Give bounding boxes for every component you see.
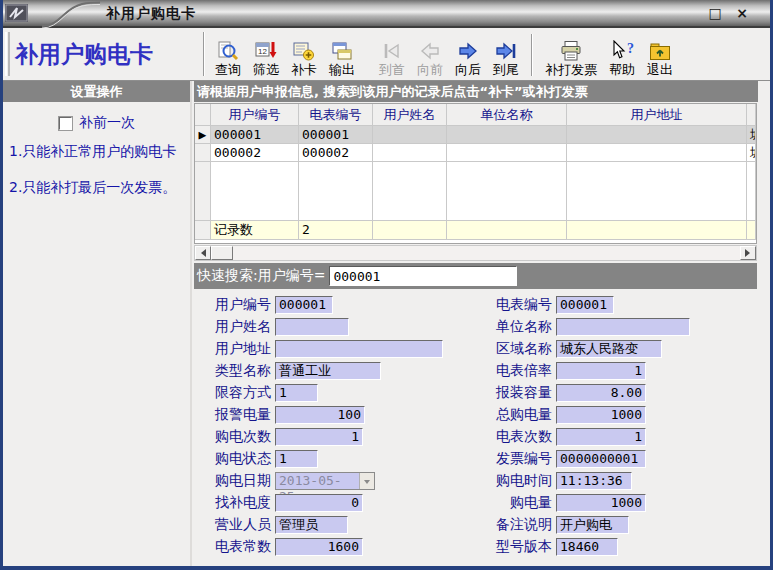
toolbar-grip <box>5 32 10 76</box>
form-row-area-name: 区域名称城东人民路变 <box>475 340 690 358</box>
meter-times-field[interactable]: 1 <box>556 428 646 446</box>
user-address-field[interactable] <box>275 340 443 358</box>
user-id-label: 用户编号 <box>194 296 275 314</box>
close-button[interactable]: × <box>731 4 753 22</box>
operator-field[interactable]: 管理员 <box>275 516 348 534</box>
scroll-left-button[interactable] <box>195 246 211 260</box>
purchase-status-label: 购电状态 <box>194 450 275 468</box>
unit-name-label: 单位名称 <box>475 318 556 336</box>
unit-name-field[interactable] <box>556 318 690 336</box>
current-row-marker-icon: ▶ <box>195 126 211 144</box>
checkbox-unchecked-icon[interactable] <box>59 117 72 130</box>
help-button[interactable]: ?帮助 <box>605 32 639 78</box>
go-next-button[interactable]: 向后 <box>451 32 485 78</box>
scrollbar-thumb[interactable] <box>211 246 233 260</box>
table-row[interactable]: ▶000001000001城 <box>195 126 756 144</box>
arrow-next-icon <box>456 40 480 62</box>
toolbar-button-label: 补卡 <box>291 62 317 77</box>
table-footer-row: 记录数2 <box>195 221 756 240</box>
toolbar-separator <box>531 34 533 76</box>
titlebar-swoosh <box>42 0 100 28</box>
form-row-meter-id: 电表编号000001 <box>475 296 690 314</box>
installed-capacity-field[interactable]: 8.00 <box>556 384 646 402</box>
help-icon: ? <box>610 40 634 62</box>
form-column-right: 电表编号000001单位名称区域名称城东人民路变电表倍率1报装容量8.00总购电… <box>475 296 690 560</box>
operator-label: 营业人员 <box>194 516 275 534</box>
purchase-status-field[interactable]: 1 <box>275 450 318 468</box>
form-row-meter-ratio: 电表倍率1 <box>475 362 690 380</box>
printer-icon <box>559 40 583 62</box>
reissue-card-button[interactable]: 补卡 <box>287 32 321 78</box>
toolbar-button-label: 查询 <box>215 62 241 77</box>
form-row-remark: 备注说明开户购电 <box>475 516 690 534</box>
table-row[interactable]: 000002000002城 <box>195 144 756 162</box>
toolbar-button-label: 帮助 <box>609 62 635 77</box>
adjust-power-label: 找补电度 <box>194 494 275 512</box>
alarm-power-field[interactable]: 100 <box>275 406 365 424</box>
capacity-limit-mode-label: 限容方式 <box>194 384 275 402</box>
quick-search-input[interactable] <box>329 266 517 286</box>
filter-button[interactable]: 12筛选 <box>249 32 283 78</box>
purchase-amount-label: 购电量 <box>475 494 556 512</box>
form-row-unit-name: 单位名称 <box>475 318 690 336</box>
user-id-field[interactable]: 000001 <box>275 296 333 314</box>
purchase-time-field[interactable]: 11:13:36 <box>556 472 632 490</box>
reissue-previous-checkbox-row[interactable]: 补前一次 <box>59 114 135 132</box>
table-cell <box>567 126 747 144</box>
purchase-count-field[interactable]: 1 <box>275 428 363 446</box>
toolbar-button-label: 到尾 <box>493 62 519 77</box>
export-button[interactable]: 输出 <box>325 32 359 78</box>
purchase-date-dropdown: 2013-05-25 <box>275 472 375 490</box>
card-plus-icon <box>292 40 316 62</box>
form-row-purchase-amount: 购电量1000 <box>475 494 690 512</box>
form-row-purchase-time: 购电时间11:13:36 <box>475 472 690 490</box>
app-window: 补用户购电卡 □ × 补用户购电卡 查询12筛选补卡输出到首向前向后到尾补打发票… <box>0 0 773 570</box>
user-name-field[interactable] <box>275 318 349 336</box>
exit-button[interactable]: 退出 <box>643 32 677 78</box>
meter-constant-label: 电表常数 <box>194 538 275 556</box>
model-version-field[interactable]: 18460 <box>556 538 618 556</box>
horizontal-scrollbar[interactable] <box>194 245 757 261</box>
form-row-installed-capacity: 报装容量8.00 <box>475 384 690 402</box>
go-prev-button: 向前 <box>413 32 447 78</box>
remark-field[interactable]: 开户购电 <box>556 516 629 534</box>
scroll-right-button[interactable] <box>740 246 756 260</box>
meter-id-field[interactable]: 000001 <box>556 296 614 314</box>
form-row-operator: 营业人员管理员 <box>194 516 443 534</box>
column-header: 单位名称 <box>447 104 567 126</box>
window-title: 补用户购电卡 <box>106 5 196 23</box>
type-name-field[interactable]: 普通工业 <box>275 362 381 380</box>
toolbar-button-label: 退出 <box>647 62 673 77</box>
capacity-limit-mode-field[interactable]: 1 <box>275 384 318 402</box>
instruction-bar: 请根据用户申报信息, 搜索到该用户的记录后点击“补卡”或补打发票 <box>194 81 758 102</box>
form-row-adjust-power: 找补电度0 <box>194 494 443 512</box>
svg-text:?: ? <box>627 41 634 56</box>
area-name-field[interactable]: 城东人民路变 <box>556 340 662 358</box>
column-header: 用户地址 <box>567 104 747 126</box>
table-cell <box>447 126 567 144</box>
form-row-user-address: 用户地址 <box>194 340 443 358</box>
chevron-down-icon <box>364 480 370 487</box>
quick-search-bar: 快速搜索:用户编号= <box>194 263 757 289</box>
table-cell: 000001 <box>211 126 299 144</box>
meter-constant-field[interactable]: 1600 <box>275 538 363 556</box>
adjust-power-field[interactable]: 0 <box>275 494 363 512</box>
meter-ratio-field[interactable]: 1 <box>556 362 646 380</box>
total-purchased-field[interactable]: 1000 <box>556 406 646 424</box>
toolbar-buttons: 查询12筛选补卡输出到首向前向后到尾补打发票?帮助退出 <box>209 30 679 79</box>
table-empty-area <box>195 162 756 221</box>
reprint-invoice-button[interactable]: 补打发票 <box>541 32 601 78</box>
go-last-button[interactable]: 到尾 <box>489 32 523 78</box>
sidebar-header: 设置操作 <box>3 81 190 102</box>
maximize-button[interactable]: □ <box>704 4 726 22</box>
toolbar-button-label: 向前 <box>417 62 443 77</box>
invoice-number-field[interactable]: 0000000001 <box>556 450 646 468</box>
arrow-last-icon <box>494 40 518 62</box>
svg-text:12: 12 <box>258 47 267 56</box>
query-button[interactable]: 查询 <box>211 32 245 78</box>
purchase-amount-field[interactable]: 1000 <box>556 494 646 512</box>
model-version-label: 型号版本 <box>475 538 556 556</box>
form-row-meter-constant: 电表常数1600 <box>194 538 443 556</box>
toolbar: 补用户购电卡 查询12筛选补卡输出到首向前向后到尾补打发票?帮助退出 <box>3 28 770 81</box>
column-header: 用户姓名 <box>373 104 447 126</box>
